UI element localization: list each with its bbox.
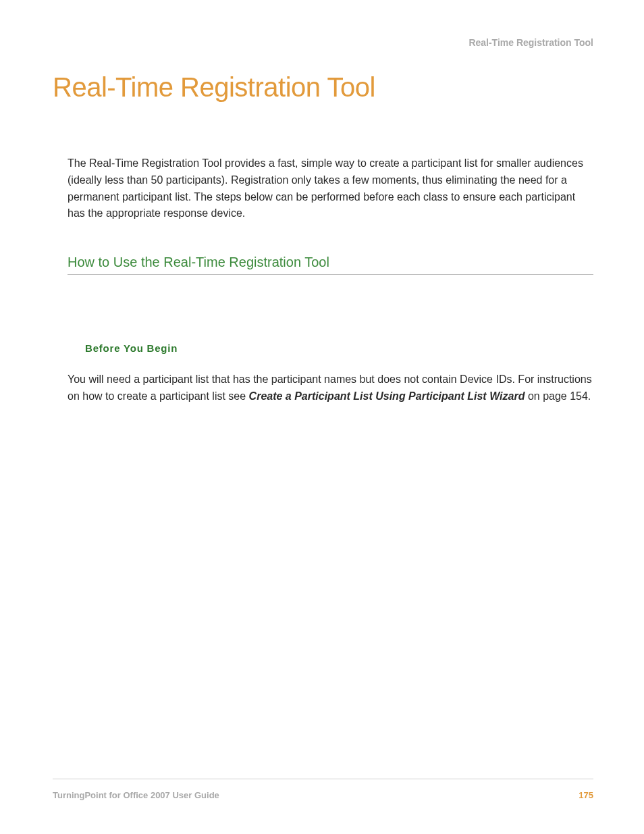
cross-reference-link[interactable]: Create a Participant List Using Particip… xyxy=(249,390,525,402)
page-footer: TurningPoint for Office 2007 User Guide … xyxy=(53,779,593,800)
section-heading: How to Use the Real-Time Registration To… xyxy=(68,255,593,275)
byb-text-2: on page 154. xyxy=(525,390,591,402)
before-you-begin-heading: Before You Begin xyxy=(85,342,593,354)
footer-guide-name: TurningPoint for Office 2007 User Guide xyxy=(53,790,219,800)
footer-page-number: 175 xyxy=(579,790,593,800)
running-head: Real-Time Registration Tool xyxy=(53,37,593,48)
intro-paragraph: The Real-Time Registration Tool provides… xyxy=(68,155,593,222)
page-title: Real-Time Registration Tool xyxy=(53,72,593,103)
before-you-begin-paragraph: You will need a participant list that ha… xyxy=(68,371,593,405)
